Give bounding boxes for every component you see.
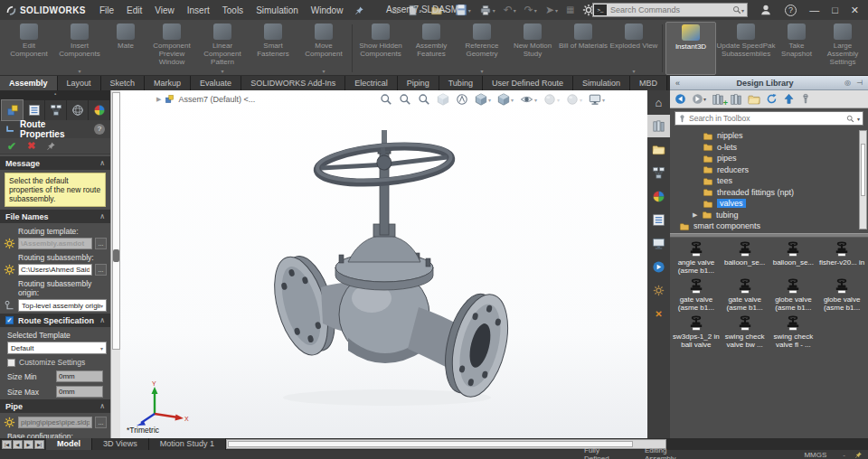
tree-item-nipples[interactable]: nipples: [670, 130, 868, 142]
assembly-features-button[interactable]: Assembly Features: [406, 22, 457, 75]
feature-manager-tab[interactable]: [24, 100, 44, 120]
configuration-manager-tab[interactable]: [45, 100, 66, 120]
expand-arrow-icon[interactable]: ▶: [693, 211, 698, 219]
library-item[interactable]: balloon_se...: [769, 241, 818, 275]
auto-show-icon[interactable]: ◎: [844, 79, 851, 87]
tree-item-reducers[interactable]: reducers: [670, 164, 868, 176]
menu-view[interactable]: View: [148, 5, 181, 15]
view-palette-tab[interactable]: [647, 162, 670, 184]
toolbox-search-input[interactable]: [689, 114, 844, 123]
restore-button[interactable]: □: [832, 5, 838, 15]
help-icon[interactable]: ?: [785, 5, 797, 16]
tree-item-smart-components[interactable]: smart components: [670, 220, 868, 232]
hide-show-items-button[interactable]: ▾: [520, 93, 537, 106]
customize-settings-checkbox[interactable]: [7, 359, 15, 367]
globe-valve-model[interactable]: [247, 117, 536, 429]
library-item[interactable]: swing check valve fl - ...: [769, 315, 818, 349]
dropdown-icon[interactable]: ▾: [322, 68, 325, 74]
unit-system[interactable]: MMGS: [804, 451, 826, 459]
user-account-icon[interactable]: [760, 4, 772, 16]
toolbox-config-icon[interactable]: [800, 93, 811, 105]
search-input[interactable]: [610, 5, 732, 14]
search-scope-dropdown-icon[interactable]: ▾: [741, 7, 744, 14]
move-component-button[interactable]: Move Component▾: [298, 22, 349, 75]
tree-item-valves[interactable]: valves: [670, 198, 868, 210]
first-tab-button[interactable]: |◀: [2, 440, 12, 449]
solidworks-add-in-tab[interactable]: [647, 279, 670, 302]
tree-scrollbar[interactable]: [859, 130, 867, 230]
new-motion-study-button[interactable]: New Motion Study: [507, 22, 558, 75]
mate-button[interactable]: Mate: [105, 22, 146, 75]
reference-geometry-button[interactable]: Reference Geometry▾: [457, 22, 507, 75]
file-explorer-tab[interactable]: [647, 138, 670, 161]
edit-appearance-button[interactable]: ▾: [543, 93, 560, 106]
display-style-button[interactable]: ▾: [497, 93, 514, 106]
add-file-location-icon[interactable]: [730, 93, 742, 106]
menu-file[interactable]: File: [93, 5, 120, 15]
size-min-input[interactable]: [56, 370, 103, 382]
document-manager-tab[interactable]: [647, 232, 670, 255]
large-assembly-settings-button[interactable]: Large Assembly Settings: [817, 22, 868, 75]
message-section-header[interactable]: Message∧: [0, 156, 110, 170]
browse-template-button[interactable]: ...: [95, 238, 107, 249]
tab-tubing[interactable]: Tubing: [439, 76, 483, 90]
tab-piping[interactable]: Piping: [398, 76, 439, 90]
origin-select[interactable]: Top-level assembly origin▾: [18, 299, 107, 312]
pipe-section-header[interactable]: Pipe∧: [0, 399, 110, 413]
tree-item-o-lets[interactable]: o-lets: [670, 142, 868, 154]
panel-grip[interactable]: ▪: [0, 90, 110, 98]
library-item[interactable]: globe valve (asme b1...: [769, 278, 818, 312]
appearances-scenes-tab[interactable]: [647, 185, 670, 208]
tab-evaluate[interactable]: Evaluate: [191, 76, 241, 90]
bill-of-materials-button[interactable]: Bill of Materials: [558, 22, 609, 75]
back-icon[interactable]: [675, 93, 686, 105]
minimize-button[interactable]: —: [809, 5, 819, 15]
apply-scene-button[interactable]: ▾: [566, 93, 582, 106]
previous-tab-button[interactable]: ◀: [13, 440, 23, 449]
close-button[interactable]: ✕: [851, 5, 859, 16]
take-snapshot-button[interactable]: Take Snapshot: [776, 22, 817, 75]
component-preview-window-button[interactable]: Component Preview Window: [146, 22, 197, 75]
undo-button[interactable]: ↶▾: [504, 5, 516, 15]
custom-properties-tab[interactable]: [647, 209, 670, 231]
library-item[interactable]: globe valve (asme b1...: [817, 278, 866, 312]
dimxpert-manager-tab[interactable]: [67, 100, 88, 120]
previous-view-button[interactable]: [418, 93, 430, 106]
zoom-to-area-button[interactable]: [399, 93, 411, 106]
display-pane-button[interactable]: ▦: [566, 5, 574, 15]
file-names-section-header[interactable]: File Names∧: [0, 210, 110, 223]
tab-markup[interactable]: Markup: [145, 76, 191, 90]
model-tab[interactable]: Model: [46, 438, 92, 450]
tab-mbd[interactable]: MBD: [630, 76, 667, 90]
pin-taskpane-icon[interactable]: ⊣: [856, 79, 863, 87]
dropdown-icon[interactable]: ▾: [221, 68, 223, 74]
tree-item-pipes[interactable]: pipes: [670, 153, 868, 164]
ok-button[interactable]: ✔: [7, 140, 16, 153]
menu-window[interactable]: Window: [305, 5, 350, 15]
edit-component-button[interactable]: Edit Component: [4, 22, 54, 75]
pm-scrollbar[interactable]: [110, 90, 120, 438]
pm-pin-icon[interactable]: [46, 141, 56, 151]
zoom-to-fit-button[interactable]: [380, 93, 392, 106]
show-hidden-components-button[interactable]: Show Hidden Components: [355, 22, 406, 75]
routing-subassembly-input[interactable]: [18, 264, 92, 276]
tree-item-tees[interactable]: tees: [670, 175, 868, 187]
tab-user-defined-route[interactable]: User Defined Route: [483, 76, 573, 90]
menu-tools[interactable]: Tools: [216, 5, 250, 15]
library-item[interactable]: swing check valve bw ...: [721, 315, 769, 349]
library-item[interactable]: sw3dps-1_2 in ball valve: [672, 315, 721, 349]
library-item[interactable]: angle valve (asme b1...: [672, 241, 721, 275]
select-button[interactable]: ➤▾: [545, 5, 558, 15]
tab-layout[interactable]: Layout: [58, 76, 101, 90]
add-to-library-button[interactable]: +: [712, 93, 724, 106]
xpress-tools-tab[interactable]: ✕: [647, 303, 670, 325]
browse-subassembly-button[interactable]: ...: [95, 264, 107, 276]
panel-splitter-handle[interactable]: [113, 249, 119, 262]
forum-tab[interactable]: [647, 256, 670, 278]
tab-assembly[interactable]: Assembly: [0, 76, 58, 90]
menu-insert[interactable]: Insert: [181, 5, 216, 15]
dropdown-icon[interactable]: ▾: [480, 68, 483, 74]
route-spec-checkbox[interactable]: ✓: [5, 316, 14, 324]
new-folder-icon[interactable]: [748, 93, 760, 106]
tree-item-threaded-fittings[interactable]: threaded fittings (npt): [670, 187, 868, 199]
